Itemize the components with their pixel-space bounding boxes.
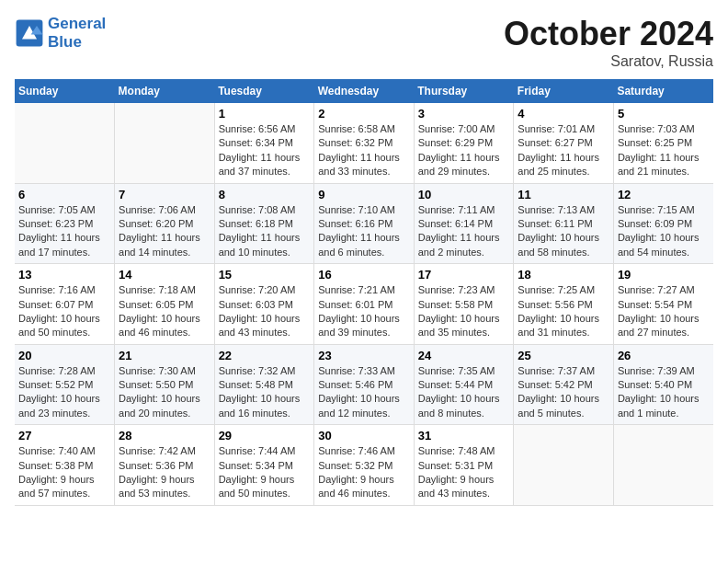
calendar-cell (613, 425, 713, 506)
day-number: 17 (418, 268, 510, 282)
calendar-cell: 25Sunrise: 7:37 AM Sunset: 5:42 PM Dayli… (514, 344, 614, 425)
day-info: Sunrise: 7:10 AM Sunset: 6:16 PM Dayligh… (318, 203, 410, 260)
calendar-week-3: 13Sunrise: 7:16 AM Sunset: 6:07 PM Dayli… (15, 264, 713, 345)
weekday-header-sunday: Sunday (15, 79, 115, 103)
weekday-header-thursday: Thursday (414, 79, 514, 103)
calendar-cell: 14Sunrise: 7:18 AM Sunset: 6:05 PM Dayli… (115, 264, 215, 345)
day-number: 16 (318, 268, 410, 282)
day-info: Sunrise: 7:16 AM Sunset: 6:07 PM Dayligh… (18, 283, 110, 340)
day-info: Sunrise: 7:23 AM Sunset: 5:58 PM Dayligh… (418, 283, 510, 340)
calendar-cell: 31Sunrise: 7:48 AM Sunset: 5:31 PM Dayli… (414, 425, 514, 506)
header: General Blue October 2024 Saratov, Russi… (15, 15, 713, 70)
day-number: 6 (18, 188, 110, 201)
day-number: 2 (318, 107, 410, 121)
calendar-cell: 10Sunrise: 7:11 AM Sunset: 6:14 PM Dayli… (414, 183, 514, 264)
day-info: Sunrise: 7:27 AM Sunset: 5:54 PM Dayligh… (618, 283, 710, 340)
calendar-cell: 1Sunrise: 6:56 AM Sunset: 6:34 PM Daylig… (214, 103, 314, 183)
calendar-cell: 24Sunrise: 7:35 AM Sunset: 5:44 PM Dayli… (414, 344, 514, 425)
calendar-cell: 23Sunrise: 7:33 AM Sunset: 5:46 PM Dayli… (314, 344, 415, 425)
day-number: 12 (618, 188, 710, 201)
calendar-cell: 29Sunrise: 7:44 AM Sunset: 5:34 PM Dayli… (214, 425, 314, 506)
day-number: 20 (18, 349, 110, 362)
day-info: Sunrise: 7:00 AM Sunset: 6:29 PM Dayligh… (418, 122, 510, 179)
day-number: 27 (18, 429, 110, 442)
day-number: 1 (219, 107, 311, 121)
day-number: 25 (518, 349, 609, 362)
calendar-cell: 16Sunrise: 7:21 AM Sunset: 6:01 PM Dayli… (314, 264, 415, 345)
day-number: 9 (318, 188, 410, 201)
day-info: Sunrise: 7:44 AM Sunset: 5:34 PM Dayligh… (219, 444, 311, 501)
day-info: Sunrise: 7:18 AM Sunset: 6:05 PM Dayligh… (119, 283, 210, 340)
day-info: Sunrise: 7:39 AM Sunset: 5:40 PM Dayligh… (618, 364, 710, 421)
calendar-cell: 28Sunrise: 7:42 AM Sunset: 5:36 PM Dayli… (115, 425, 215, 506)
day-number: 4 (518, 107, 609, 121)
weekday-header-saturday: Saturday (613, 79, 713, 103)
day-number: 5 (618, 107, 710, 121)
day-number: 19 (618, 268, 710, 282)
calendar-week-4: 20Sunrise: 7:28 AM Sunset: 5:52 PM Dayli… (15, 344, 713, 425)
calendar-cell: 30Sunrise: 7:46 AM Sunset: 5:32 PM Dayli… (314, 425, 415, 506)
day-info: Sunrise: 7:15 AM Sunset: 6:09 PM Dayligh… (618, 203, 710, 260)
weekday-header-wednesday: Wednesday (314, 79, 415, 103)
day-number: 14 (119, 268, 210, 282)
day-info: Sunrise: 7:37 AM Sunset: 5:42 PM Dayligh… (518, 364, 609, 421)
day-info: Sunrise: 7:03 AM Sunset: 6:25 PM Dayligh… (618, 122, 710, 179)
day-info: Sunrise: 7:08 AM Sunset: 6:18 PM Dayligh… (219, 203, 311, 260)
weekday-header-tuesday: Tuesday (214, 79, 314, 103)
day-info: Sunrise: 7:06 AM Sunset: 6:20 PM Dayligh… (119, 203, 210, 260)
day-number: 18 (518, 268, 609, 282)
weekday-header-friday: Friday (514, 79, 614, 103)
day-number: 23 (318, 349, 410, 362)
calendar-cell (115, 103, 215, 183)
weekday-header-monday: Monday (115, 79, 215, 103)
day-number: 29 (219, 429, 311, 442)
day-number: 24 (418, 349, 510, 362)
calendar-cell: 21Sunrise: 7:30 AM Sunset: 5:50 PM Dayli… (115, 344, 215, 425)
calendar-week-2: 6Sunrise: 7:05 AM Sunset: 6:23 PM Daylig… (15, 183, 713, 264)
calendar-cell: 17Sunrise: 7:23 AM Sunset: 5:58 PM Dayli… (414, 264, 514, 345)
calendar-week-1: 1Sunrise: 6:56 AM Sunset: 6:34 PM Daylig… (15, 103, 713, 183)
day-info: Sunrise: 6:58 AM Sunset: 6:32 PM Dayligh… (318, 122, 410, 179)
title-area: October 2024 Saratov, Russia (504, 15, 713, 70)
calendar-cell: 11Sunrise: 7:13 AM Sunset: 6:11 PM Dayli… (514, 183, 614, 264)
day-number: 31 (418, 429, 510, 442)
calendar-cell: 7Sunrise: 7:06 AM Sunset: 6:20 PM Daylig… (115, 183, 215, 264)
location-subtitle: Saratov, Russia (504, 53, 713, 70)
day-info: Sunrise: 7:11 AM Sunset: 6:14 PM Dayligh… (418, 203, 510, 260)
logo-icon (15, 18, 44, 48)
logo-text: General Blue (48, 15, 106, 52)
calendar-cell: 12Sunrise: 7:15 AM Sunset: 6:09 PM Dayli… (613, 183, 713, 264)
day-number: 21 (119, 349, 210, 362)
calendar-cell: 26Sunrise: 7:39 AM Sunset: 5:40 PM Dayli… (613, 344, 713, 425)
calendar-cell: 6Sunrise: 7:05 AM Sunset: 6:23 PM Daylig… (15, 183, 115, 264)
calendar-table: SundayMondayTuesdayWednesdayThursdayFrid… (15, 79, 713, 506)
day-number: 28 (119, 429, 210, 442)
day-info: Sunrise: 7:46 AM Sunset: 5:32 PM Dayligh… (318, 444, 410, 501)
day-info: Sunrise: 7:13 AM Sunset: 6:11 PM Dayligh… (518, 203, 609, 260)
logo: General Blue (15, 15, 106, 52)
calendar-cell: 27Sunrise: 7:40 AM Sunset: 5:38 PM Dayli… (15, 425, 115, 506)
calendar-header: SundayMondayTuesdayWednesdayThursdayFrid… (15, 79, 713, 103)
calendar-cell: 22Sunrise: 7:32 AM Sunset: 5:48 PM Dayli… (214, 344, 314, 425)
day-number: 7 (119, 188, 210, 201)
calendar-cell: 13Sunrise: 7:16 AM Sunset: 6:07 PM Dayli… (15, 264, 115, 345)
calendar-cell: 9Sunrise: 7:10 AM Sunset: 6:16 PM Daylig… (314, 183, 415, 264)
calendar-cell (514, 425, 614, 506)
calendar-week-5: 27Sunrise: 7:40 AM Sunset: 5:38 PM Dayli… (15, 425, 713, 506)
day-info: Sunrise: 7:35 AM Sunset: 5:44 PM Dayligh… (418, 364, 510, 421)
day-info: Sunrise: 7:48 AM Sunset: 5:31 PM Dayligh… (418, 444, 510, 501)
calendar-cell: 3Sunrise: 7:00 AM Sunset: 6:29 PM Daylig… (414, 103, 514, 183)
day-info: Sunrise: 7:40 AM Sunset: 5:38 PM Dayligh… (18, 444, 110, 501)
day-number: 11 (518, 188, 609, 201)
calendar-cell: 18Sunrise: 7:25 AM Sunset: 5:56 PM Dayli… (514, 264, 614, 345)
day-info: Sunrise: 7:01 AM Sunset: 6:27 PM Dayligh… (518, 122, 609, 179)
calendar-cell: 2Sunrise: 6:58 AM Sunset: 6:32 PM Daylig… (314, 103, 415, 183)
day-info: Sunrise: 7:21 AM Sunset: 6:01 PM Dayligh… (318, 283, 410, 340)
calendar-cell: 20Sunrise: 7:28 AM Sunset: 5:52 PM Dayli… (15, 344, 115, 425)
calendar-cell: 15Sunrise: 7:20 AM Sunset: 6:03 PM Dayli… (214, 264, 314, 345)
calendar-cell: 5Sunrise: 7:03 AM Sunset: 6:25 PM Daylig… (613, 103, 713, 183)
day-info: Sunrise: 7:28 AM Sunset: 5:52 PM Dayligh… (18, 364, 110, 421)
day-info: Sunrise: 7:30 AM Sunset: 5:50 PM Dayligh… (119, 364, 210, 421)
day-number: 13 (18, 268, 110, 282)
day-info: Sunrise: 7:33 AM Sunset: 5:46 PM Dayligh… (318, 364, 410, 421)
